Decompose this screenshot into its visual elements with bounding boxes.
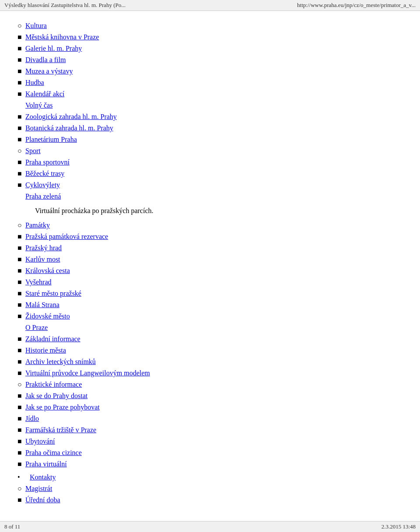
zoologicka-link[interactable]: Zoologická zahrada hl. m. Prahy bbox=[25, 112, 117, 122]
botanicka-link[interactable]: Botanická zahrada hl. m. Prahy bbox=[25, 123, 113, 133]
square-bullet-31: ■ bbox=[18, 459, 25, 469]
virtualni-praha-item: ■ Praha virtuální bbox=[18, 459, 402, 469]
galerie-item: ■ Galerie hl. m. Prahy bbox=[18, 43, 402, 54]
botanicka-item: ■ Botanická zahrada hl. m. Prahy bbox=[18, 123, 402, 133]
virtualni-pruvodce-link[interactable]: Virtuální průvodce Langweilovým modelem bbox=[25, 368, 150, 378]
virtualni-prochazka-text: Virtuální procházka po pražských parcích… bbox=[35, 207, 402, 215]
kultura-item: ○ Kultura bbox=[18, 21, 402, 31]
kultura-section: ○ Kultura ■ Městská knihovna v Praze ■ G… bbox=[18, 21, 402, 215]
square-bullet-8: ■ bbox=[18, 123, 25, 133]
square-bullet-12: ■ bbox=[18, 180, 25, 190]
circle-bullet-pamatky: ○ bbox=[18, 220, 25, 231]
square-bullet-13: ■ bbox=[18, 231, 25, 242]
mala-strana-item: ■ Malá Strana bbox=[18, 300, 402, 310]
cyklovylety-link[interactable]: Cyklovýlety bbox=[25, 180, 60, 190]
ubytovani-link[interactable]: Ubytování bbox=[25, 436, 55, 447]
galerie-link[interactable]: Galerie hl. m. Prahy bbox=[25, 43, 82, 54]
volny-cas-link[interactable]: Volný čas bbox=[25, 100, 52, 111]
divadla-item: ■ Divadla a film bbox=[18, 55, 402, 65]
jak-dostat-link[interactable]: Jak se do Prahy dostat bbox=[25, 391, 88, 401]
praha-sportovni-link[interactable]: Praha sportovní bbox=[25, 157, 70, 168]
farmarska-item: ■ Farmářská tržiště v Praze bbox=[18, 425, 402, 435]
kontakty-item: • Kontakty bbox=[18, 472, 402, 483]
kralovska-cesta-item: ■ Královská cesta bbox=[18, 266, 402, 276]
square-bullet-23: ■ bbox=[18, 357, 25, 367]
sport-link[interactable]: Sport bbox=[25, 146, 41, 156]
karluv-most-item: ■ Karlův most bbox=[18, 254, 402, 265]
square-bullet-28: ■ bbox=[18, 425, 25, 435]
zidovske-mesto-item: ■ Židovské město bbox=[18, 311, 402, 322]
ocima-cizince-item: ■ Praha očima cizince bbox=[18, 448, 402, 458]
magistrat-item: ○ Magistrát bbox=[18, 483, 402, 494]
hudba-link[interactable]: Hudba bbox=[25, 77, 44, 88]
vysehrad-link[interactable]: Vyšehrad bbox=[25, 277, 52, 287]
kontakty-link[interactable]: Kontakty bbox=[30, 472, 56, 483]
square-bullet-19: ■ bbox=[18, 300, 25, 310]
o-praze-link[interactable]: O Praze bbox=[25, 322, 48, 333]
circle-bullet-prakticke: ○ bbox=[18, 379, 25, 390]
square-bullet-10: ■ bbox=[18, 157, 25, 168]
square-bullet-24: ■ bbox=[18, 368, 25, 378]
historie-mesta-item: ■ Historie města bbox=[18, 345, 402, 356]
karluv-most-link[interactable]: Karlův most bbox=[25, 254, 60, 265]
mestska-knihovna-link[interactable]: Městská knihovna v Praze bbox=[25, 32, 99, 42]
kontakty-section: • Kontakty ○ Magistrát ■ Úřední doba bbox=[18, 472, 402, 505]
square-bullet-9: ■ bbox=[18, 134, 25, 145]
archiv-link[interactable]: Archiv leteckých snímků bbox=[25, 357, 96, 367]
square-bullet-21: ■ bbox=[18, 334, 25, 344]
jidlo-link[interactable]: Jídlo bbox=[25, 413, 39, 424]
praha-zelena-link[interactable]: Praha zelená bbox=[25, 191, 61, 202]
ocima-cizince-link[interactable]: Praha očima cizince bbox=[25, 448, 82, 458]
square-bullet-1: ■ bbox=[18, 32, 25, 42]
muzea-link[interactable]: Muzea a výstavy bbox=[25, 66, 73, 77]
prazsky-hrad-link[interactable]: Pražský hrad bbox=[25, 243, 62, 253]
zoologicka-item: ■ Zoologická zahrada hl. m. Prahy bbox=[18, 112, 402, 122]
magistrat-link[interactable]: Magistrát bbox=[25, 483, 52, 494]
square-bullet-25: ■ bbox=[18, 391, 25, 401]
mala-strana-link[interactable]: Malá Strana bbox=[25, 300, 60, 310]
volny-cas-item: Volný čas bbox=[18, 100, 402, 111]
uredni-doba-link[interactable]: Úřední doba bbox=[25, 495, 60, 505]
bottom-bar: 8 of 11 2.3.2015 13:48 bbox=[0, 521, 420, 532]
virtualni-praha-link[interactable]: Praha virtuální bbox=[25, 459, 67, 469]
zidovske-mesto-link[interactable]: Židovské město bbox=[25, 311, 70, 322]
prakticke-link[interactable]: Praktické informace bbox=[25, 379, 82, 390]
o-praze-item: O Praze bbox=[18, 322, 402, 333]
square-bullet-30: ■ bbox=[18, 448, 25, 458]
square-bullet-20: ■ bbox=[18, 311, 25, 322]
jak-pohybovat-link[interactable]: Jak se po Praze pohybovat bbox=[25, 402, 100, 413]
stare-mesto-link[interactable]: Staré město pražské bbox=[25, 288, 81, 299]
square-bullet-4: ■ bbox=[18, 66, 25, 77]
ubytovani-item: ■ Ubytování bbox=[18, 436, 402, 447]
square-bullet-22: ■ bbox=[18, 345, 25, 356]
historie-mesta-link[interactable]: Historie města bbox=[25, 345, 66, 356]
square-bullet-11: ■ bbox=[18, 168, 25, 179]
prazska-pamatk-link[interactable]: Pražská památková rezervace bbox=[25, 231, 108, 242]
farmarska-link[interactable]: Farmářská tržiště v Praze bbox=[25, 425, 96, 435]
archiv-item: ■ Archiv leteckých snímků bbox=[18, 357, 402, 367]
kralovska-cesta-link[interactable]: Královská cesta bbox=[25, 266, 70, 276]
square-bullet-14: ■ bbox=[18, 243, 25, 253]
stare-mesto-item: ■ Staré město pražské bbox=[18, 288, 402, 299]
square-bullet-18: ■ bbox=[18, 288, 25, 299]
square-bullet-15: ■ bbox=[18, 254, 25, 265]
planetarium-link[interactable]: Planetárium Praha bbox=[25, 134, 77, 145]
jak-dostat-item: ■ Jak se do Prahy dostat bbox=[18, 391, 402, 401]
circle-bullet-sport: ○ bbox=[18, 146, 25, 156]
top-bar-right: http://www.praha.eu/jnp/cz/o_meste/prima… bbox=[297, 2, 416, 9]
kultura-link[interactable]: Kultura bbox=[25, 21, 47, 31]
square-bullet-6: ■ bbox=[18, 89, 25, 99]
pamatky-item: ○ Památky bbox=[18, 220, 402, 231]
zakladni-info-item: ■ Základní informace bbox=[18, 334, 402, 344]
pamatky-link[interactable]: Památky bbox=[25, 220, 50, 231]
circle-bullet-kultura: ○ bbox=[18, 21, 25, 31]
muzea-item: ■ Muzea a výstavy bbox=[18, 66, 402, 77]
kalendar-link[interactable]: Kalendář akcí bbox=[25, 89, 64, 99]
praha-zelena-item: Praha zelená bbox=[18, 191, 402, 202]
bezecke-link[interactable]: Běžecké trasy bbox=[25, 168, 64, 179]
bezecke-item: ■ Běžecké trasy bbox=[18, 168, 402, 179]
planetarium-item: ■ Planetárium Praha bbox=[18, 134, 402, 145]
divadla-link[interactable]: Divadla a film bbox=[25, 55, 66, 65]
square-bullet-29: ■ bbox=[18, 436, 25, 447]
zakladni-info-link[interactable]: Základní informace bbox=[25, 334, 80, 344]
